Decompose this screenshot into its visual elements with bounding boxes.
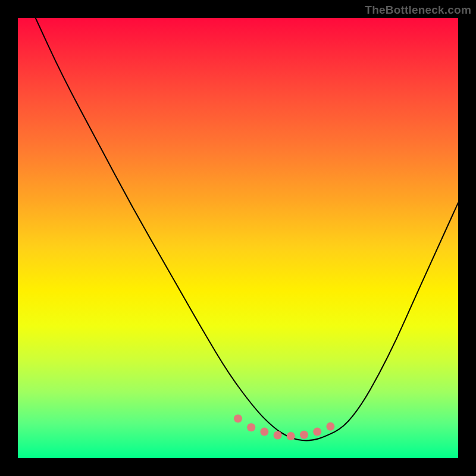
valley-dot [300, 431, 308, 439]
valley-dot [234, 414, 242, 422]
valley-dot [247, 423, 255, 431]
plot-area [18, 18, 458, 458]
bottleneck-curve [36, 18, 458, 440]
valley-dot [274, 431, 282, 440]
valley-dot [287, 432, 295, 440]
credit-text: TheBottleneck.com [365, 4, 471, 17]
valley-dot [313, 428, 321, 436]
chart-frame: TheBottleneck.com [0, 0, 476, 476]
curve-svg [18, 18, 458, 458]
valley-dot [260, 428, 268, 436]
valley-dot [326, 422, 334, 431]
valley-dots-group [234, 414, 334, 440]
